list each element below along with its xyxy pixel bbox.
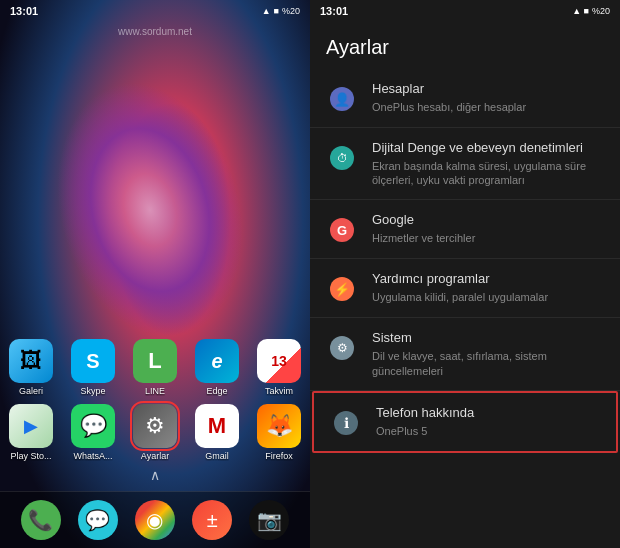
settings-item-sistem[interactable]: ⚙ Sistem Dil ve klavye, saat, sıfırlama,… [310, 318, 620, 390]
dijital-icon: ⏱ [330, 146, 354, 170]
app-grid-row1: 🖼 Galeri S Skype L LINE e Edge 13 Takvim [0, 339, 310, 404]
settings-item-dijital[interactable]: ⏱ Dijital Denge ve ebeveyn denetimleri E… [310, 128, 620, 200]
hesaplar-icon-wrap: 👤 [326, 83, 358, 115]
app-icon-line: L [133, 339, 177, 383]
google-icon: G [330, 218, 354, 242]
hesaplar-icon: 👤 [330, 87, 354, 111]
dock-calc[interactable]: ± [192, 500, 232, 540]
hesaplar-sub: OnePlus hesabı, diğer hesaplar [372, 100, 604, 114]
dock-bar: 📞 💬 ◉ ± 📷 [0, 491, 310, 548]
app-label-line: LINE [145, 386, 165, 396]
app-skype[interactable]: S Skype [71, 339, 115, 396]
hesaplar-title: Hesaplar [372, 81, 604, 98]
app-label-firefox: Firefox [265, 451, 293, 461]
settings-list: 👤 Hesaplar OnePlus hesabı, diğer hesapla… [310, 69, 620, 548]
telefon-icon: ℹ [334, 411, 358, 435]
app-ayarlar[interactable]: ⚙ Ayarlar [133, 404, 177, 461]
app-edge[interactable]: e Edge [195, 339, 239, 396]
telefon-icon-wrap: ℹ [330, 407, 362, 439]
app-grid-row2: ▶ Play Sto... 💬 WhatsA... ⚙ Ayarlar M Gm… [0, 404, 310, 467]
app-icon-gmail: M [195, 404, 239, 448]
yardimci-icon: ⚡ [330, 277, 354, 301]
app-icon-firefox: 🦊 [257, 404, 301, 448]
status-icons-left: ▲ ■ %20 [262, 6, 300, 16]
google-text: Google Hizmetler ve tercihler [372, 212, 604, 245]
dijital-title: Dijital Denge ve ebeveyn denetimleri [372, 140, 604, 157]
dock-chat[interactable]: 💬 [78, 500, 118, 540]
hesaplar-text: Hesaplar OnePlus hesabı, diğer hesaplar [372, 81, 604, 114]
sistem-icon: ⚙ [330, 336, 354, 360]
app-icon-playstore: ▶ [9, 404, 53, 448]
settings-item-google[interactable]: G Google Hizmetler ve tercihler [310, 200, 620, 259]
dijital-sub: Ekran başında kalma süresi, uygulama sür… [372, 159, 604, 188]
dock-chrome[interactable]: ◉ [135, 500, 175, 540]
app-label-galeri: Galeri [19, 386, 43, 396]
app-label-ayarlar: Ayarlar [141, 451, 169, 461]
yardimci-icon-wrap: ⚡ [326, 273, 358, 305]
status-bar-right: 13:01 ▲ ■ %20 [310, 0, 620, 22]
app-firefox[interactable]: 🦊 Firefox [257, 404, 301, 461]
watermark: www.sordum.net [0, 26, 310, 37]
sistem-icon-wrap: ⚙ [326, 332, 358, 364]
google-icon-wrap: G [326, 214, 358, 246]
settings-item-hesaplar[interactable]: 👤 Hesaplar OnePlus hesabı, diğer hesapla… [310, 69, 620, 128]
yardimci-title: Yardımcı programlar [372, 271, 604, 288]
google-title: Google [372, 212, 604, 229]
dijital-text: Dijital Denge ve ebeveyn denetimleri Ekr… [372, 140, 604, 187]
app-gmail[interactable]: M Gmail [195, 404, 239, 461]
sistem-title: Sistem [372, 330, 604, 347]
app-icon-whatsapp: 💬 [71, 404, 115, 448]
app-icon-ayarlar: ⚙ [133, 404, 177, 448]
sistem-text: Sistem Dil ve klavye, saat, sıfırlama, s… [372, 330, 604, 377]
app-label-playstore: Play Sto... [10, 451, 51, 461]
time-left: 13:01 [10, 5, 38, 17]
telefon-title: Telefon hakkında [376, 405, 600, 422]
settings-item-telefon[interactable]: ℹ Telefon hakkında OnePlus 5 [312, 391, 618, 453]
app-icon-edge: e [195, 339, 239, 383]
yardimci-text: Yardımcı programlar Uygulama kilidi, par… [372, 271, 604, 304]
app-playstore[interactable]: ▶ Play Sto... [9, 404, 53, 461]
telefon-text: Telefon hakkında OnePlus 5 [376, 405, 600, 438]
app-label-takvim: Takvim [265, 386, 293, 396]
app-icon-takvim: 13 [257, 339, 301, 383]
sistem-sub: Dil ve klavye, saat, sıfırlama, sistem g… [372, 349, 604, 378]
status-icons-right: ▲ ■ %20 [572, 6, 610, 16]
app-label-edge: Edge [206, 386, 227, 396]
settings-item-yardimci[interactable]: ⚡ Yardımcı programlar Uygulama kilidi, p… [310, 259, 620, 318]
dock-camera[interactable]: 📷 [249, 500, 289, 540]
app-icon-galeri: 🖼 [9, 339, 53, 383]
app-whatsapp[interactable]: 💬 WhatsA... [71, 404, 115, 461]
app-icon-skype: S [71, 339, 115, 383]
right-panel: 13:01 ▲ ■ %20 Ayarlar 👤 Hesaplar OnePlus… [310, 0, 620, 548]
status-bar-left: 13:01 ▲ ■ %20 [0, 0, 310, 22]
google-sub: Hizmetler ve tercihler [372, 231, 604, 245]
app-label-gmail: Gmail [205, 451, 229, 461]
app-takvim[interactable]: 13 Takvim [257, 339, 301, 396]
nav-indicator: ∧ [0, 467, 310, 491]
app-line[interactable]: L LINE [133, 339, 177, 396]
app-label-skype: Skype [80, 386, 105, 396]
dock-phone[interactable]: 📞 [21, 500, 61, 540]
yardimci-sub: Uygulama kilidi, paralel uygulamalar [372, 290, 604, 304]
settings-title: Ayarlar [310, 22, 620, 69]
dijital-icon-wrap: ⏱ [326, 142, 358, 174]
time-right: 13:01 [320, 5, 348, 17]
app-galeri[interactable]: 🖼 Galeri [9, 339, 53, 396]
telefon-sub: OnePlus 5 [376, 424, 600, 438]
left-panel: 13:01 ▲ ■ %20 www.sordum.net 🖼 Galeri S … [0, 0, 310, 548]
app-label-whatsapp: WhatsA... [73, 451, 112, 461]
